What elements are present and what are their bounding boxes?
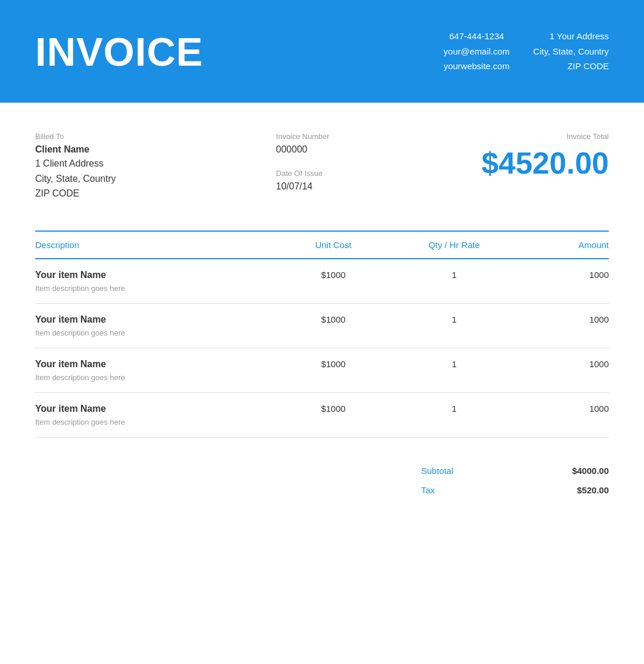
item-desc: Item description goes here bbox=[35, 328, 125, 337]
item-unit-cost: $1000 bbox=[283, 259, 383, 304]
col-header-qty: Qty / Hr Rate bbox=[383, 231, 525, 259]
table-row: Your item Name Item description goes her… bbox=[35, 259, 609, 304]
header-address-line1: 1 Your Address bbox=[533, 29, 609, 44]
invoice-number-value: 000000 bbox=[276, 144, 394, 155]
invoice-table: Description Unit Cost Qty / Hr Rate Amou… bbox=[35, 231, 609, 438]
col-header-amount: Amount bbox=[525, 231, 609, 259]
invoice-body: Billed To Client Name 1 Client Address C… bbox=[0, 103, 644, 535]
header-contact-right: 1 Your Address City, State, Country ZIP … bbox=[533, 29, 609, 74]
item-name: Your item Name bbox=[35, 359, 283, 370]
tax-value: $520.00 bbox=[550, 485, 609, 495]
invoice-title: INVOICE bbox=[35, 29, 204, 74]
invoice-page: INVOICE 647-444-1234 your@email.com your… bbox=[0, 0, 644, 664]
date-of-issue-label: Date Of Issue bbox=[276, 169, 394, 178]
item-unit-cost: $1000 bbox=[283, 303, 383, 348]
header-contact-left: 647-444-1234 your@email.com yourwebsite.… bbox=[443, 29, 510, 74]
summary-tax-row: Tax $520.00 bbox=[421, 480, 609, 500]
invoice-number-label: Invoice Number bbox=[276, 132, 394, 141]
item-description-cell: Your item Name Item description goes her… bbox=[35, 303, 283, 348]
item-amount: 1000 bbox=[525, 392, 609, 437]
item-amount: 1000 bbox=[525, 348, 609, 392]
invoice-total-section: Invoice Total $4520.00 bbox=[482, 132, 609, 181]
summary-table: Subtotal $4000.00 Tax $520.00 bbox=[421, 461, 609, 500]
date-of-issue-value: 10/07/14 bbox=[276, 181, 394, 192]
item-desc: Item description goes here bbox=[35, 373, 125, 382]
header-address-zip: ZIP CODE bbox=[533, 59, 609, 74]
client-name: Client Name bbox=[35, 144, 188, 155]
item-qty: 1 bbox=[383, 392, 525, 437]
table-header-row: Description Unit Cost Qty / Hr Rate Amou… bbox=[35, 231, 609, 259]
item-name: Your item Name bbox=[35, 404, 283, 414]
item-description-cell: Your item Name Item description goes her… bbox=[35, 348, 283, 392]
invoice-header: INVOICE 647-444-1234 your@email.com your… bbox=[0, 0, 644, 103]
subtotal-label: Subtotal bbox=[421, 466, 453, 476]
item-qty: 1 bbox=[383, 348, 525, 392]
item-qty: 1 bbox=[383, 303, 525, 348]
col-header-unit-cost: Unit Cost bbox=[283, 231, 383, 259]
tax-label: Tax bbox=[421, 485, 435, 495]
billing-row: Billed To Client Name 1 Client Address C… bbox=[35, 132, 609, 201]
billed-to-label: Billed To bbox=[35, 132, 188, 141]
item-unit-cost: $1000 bbox=[283, 348, 383, 392]
item-name: Your item Name bbox=[35, 270, 283, 280]
item-amount: 1000 bbox=[525, 259, 609, 304]
summary-subtotal-row: Subtotal $4000.00 bbox=[421, 461, 609, 480]
table-row: Your item Name Item description goes her… bbox=[35, 348, 609, 392]
client-zip: ZIP CODE bbox=[35, 186, 188, 201]
header-email: your@email.com bbox=[443, 44, 510, 59]
header-website: yourwebsite.com bbox=[443, 59, 510, 74]
table-row: Your item Name Item description goes her… bbox=[35, 392, 609, 437]
item-desc: Item description goes here bbox=[35, 418, 125, 426]
invoice-total-label: Invoice Total bbox=[482, 132, 609, 141]
invoice-summary: Subtotal $4000.00 Tax $520.00 bbox=[35, 461, 609, 500]
header-address-line2: City, State, Country bbox=[533, 44, 609, 59]
billed-to-section: Billed To Client Name 1 Client Address C… bbox=[35, 132, 188, 201]
client-address-line1: 1 Client Address bbox=[35, 156, 188, 171]
item-name: Your item Name bbox=[35, 314, 283, 325]
header-contact: 647-444-1234 your@email.com yourwebsite.… bbox=[443, 29, 609, 74]
invoice-number-section: Invoice Number 000000 Date Of Issue 10/0… bbox=[276, 132, 394, 192]
item-description-cell: Your item Name Item description goes her… bbox=[35, 259, 283, 304]
subtotal-value: $4000.00 bbox=[550, 466, 609, 476]
header-phone: 647-444-1234 bbox=[443, 29, 510, 44]
item-desc: Item description goes here bbox=[35, 284, 125, 293]
item-unit-cost: $1000 bbox=[283, 392, 383, 437]
invoice-total-amount: $4520.00 bbox=[482, 145, 609, 181]
item-qty: 1 bbox=[383, 259, 525, 304]
item-description-cell: Your item Name Item description goes her… bbox=[35, 392, 283, 437]
item-amount: 1000 bbox=[525, 303, 609, 348]
col-header-description: Description bbox=[35, 231, 283, 259]
table-row: Your item Name Item description goes her… bbox=[35, 303, 609, 348]
client-address-line2: City, State, Country bbox=[35, 171, 188, 187]
